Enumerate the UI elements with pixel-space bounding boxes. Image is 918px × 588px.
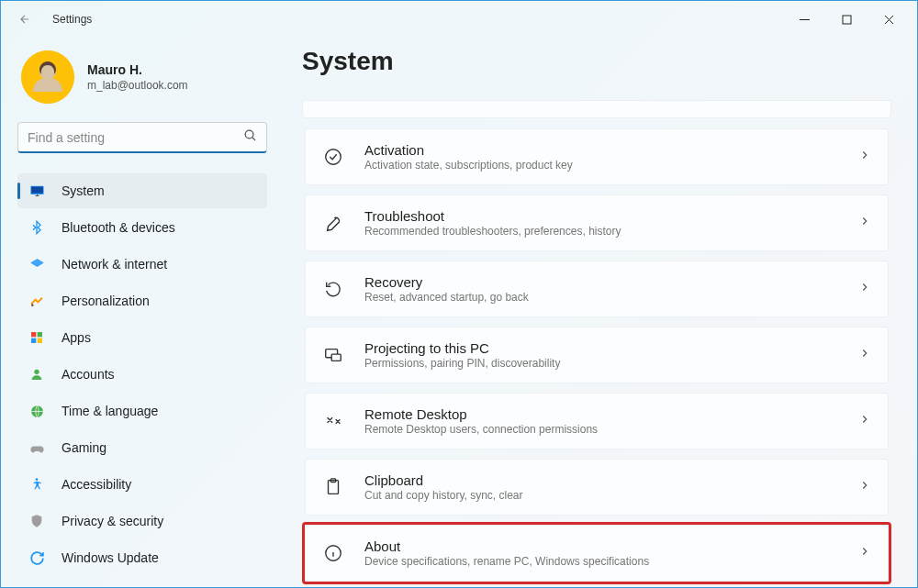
setting-about[interactable]: AboutDevice specifications, rename PC, W… [305, 525, 889, 582]
svg-rect-15 [331, 354, 341, 361]
close-icon [884, 15, 894, 25]
nav-label: Gaming [62, 440, 106, 455]
close-button[interactable] [868, 5, 910, 34]
svg-point-5 [31, 304, 34, 306]
sidebar-item-accounts[interactable]: Accounts [17, 357, 267, 392]
minimize-button[interactable] [783, 5, 825, 34]
bluetooth-icon [28, 219, 45, 236]
setting-title: Activation [364, 142, 838, 158]
setting-title: Troubleshoot [364, 208, 838, 224]
nav-label: Apps [62, 330, 91, 345]
setting-desc: Activation state, subscriptions, product… [364, 159, 838, 172]
setting-desc: Permissions, pairing PIN, discoverabilit… [364, 357, 838, 370]
clipboard-icon [322, 476, 344, 498]
back-button[interactable] [14, 8, 36, 30]
setting-desc: Remote Desktop users, connection permiss… [364, 423, 838, 436]
sidebar-item-system[interactable]: System [17, 173, 267, 208]
partial-item-above [302, 100, 891, 118]
chevron-right-icon [858, 281, 871, 297]
setting-clipboard[interactable]: ClipboardCut and copy history, sync, cle… [305, 459, 889, 516]
svg-rect-4 [31, 186, 43, 193]
apps-icon [28, 329, 45, 346]
nav-label: Privacy & security [62, 514, 163, 528]
accounts-icon [28, 366, 45, 383]
setting-desc: Reset, advanced startup, go back [364, 291, 838, 304]
chevron-right-icon [858, 347, 871, 363]
svg-point-2 [245, 130, 253, 139]
setting-troubleshoot[interactable]: TroubleshootRecommended troubleshooters,… [305, 194, 889, 251]
personalization-icon [28, 293, 45, 309]
sidebar-item-windows-update[interactable]: Windows Update [17, 540, 267, 575]
setting-recovery[interactable]: RecoveryReset, advanced startup, go back [305, 261, 889, 317]
svg-point-13 [326, 150, 341, 165]
search-icon [243, 128, 257, 146]
nav-label: Windows Update [62, 550, 159, 565]
maximize-button[interactable] [825, 5, 868, 34]
nav-list: System Bluetooth & devices Network & int… [17, 173, 267, 575]
sidebar-item-privacy[interactable]: Privacy & security [17, 504, 267, 538]
sidebar-item-time-language[interactable]: Time & language [17, 394, 267, 428]
setting-remote-desktop[interactable]: Remote DesktopRemote Desktop users, conn… [305, 393, 889, 449]
nav-label: Time & language [62, 404, 158, 418]
network-icon [28, 256, 45, 272]
sidebar-item-gaming[interactable]: Gaming [17, 430, 267, 465]
chevron-right-icon [858, 149, 871, 165]
nav-label: Personalization [62, 294, 150, 308]
setting-title: About [364, 538, 838, 554]
troubleshoot-icon [322, 212, 344, 234]
main-panel: System ActivationActivation state, subsc… [280, 38, 913, 587]
recovery-icon [322, 278, 344, 300]
svg-rect-0 [843, 16, 851, 24]
settings-list: ActivationActivation state, subscription… [302, 126, 891, 584]
chevron-right-icon [858, 545, 871, 561]
profile-email: m_lab@outlook.com [87, 79, 188, 92]
chevron-right-icon [858, 479, 871, 495]
profile-block[interactable]: Mauro H. m_lab@outlook.com [17, 50, 267, 104]
chevron-right-icon [858, 413, 871, 429]
avatar [21, 50, 74, 104]
nav-label: System [62, 183, 105, 198]
nav-label: Accounts [62, 367, 115, 382]
profile-name: Mauro H. [87, 62, 188, 77]
sidebar-item-accessibility[interactable]: Accessibility [17, 467, 267, 502]
setting-desc: Device specifications, rename PC, Window… [364, 555, 838, 568]
setting-activation[interactable]: ActivationActivation state, subscription… [305, 128, 889, 185]
about-icon [322, 542, 344, 564]
sidebar-item-apps[interactable]: Apps [17, 320, 267, 355]
setting-title: Remote Desktop [364, 406, 838, 422]
gaming-icon [28, 439, 45, 456]
system-icon [28, 183, 45, 199]
svg-rect-7 [38, 332, 42, 337]
nav-label: Network & internet [62, 257, 167, 272]
sidebar-item-bluetooth[interactable]: Bluetooth & devices [17, 210, 267, 245]
search-box[interactable] [17, 122, 267, 153]
search-input[interactable] [28, 130, 243, 145]
setting-title: Projecting to this PC [364, 340, 838, 356]
setting-desc: Cut and copy history, sync, clear [364, 489, 838, 502]
sidebar: Mauro H. m_lab@outlook.com System Blueto… [5, 38, 280, 587]
sidebar-item-personalization[interactable]: Personalization [17, 283, 267, 318]
nav-label: Accessibility [62, 477, 131, 492]
remote-desktop-icon [322, 410, 344, 432]
setting-projecting[interactable]: Projecting to this PCPermissions, pairin… [305, 327, 889, 383]
setting-title: Clipboard [364, 472, 838, 488]
nav-label: Bluetooth & devices [62, 220, 175, 235]
setting-desc: Recommended troubleshooters, preferences… [364, 225, 838, 238]
svg-rect-8 [31, 338, 36, 343]
accessibility-icon [28, 476, 45, 493]
svg-point-10 [34, 370, 39, 374]
windows-update-icon [28, 549, 45, 566]
time-language-icon [28, 403, 45, 419]
maximize-icon [842, 15, 852, 25]
arrow-left-icon [18, 13, 31, 26]
window-title: Settings [52, 13, 783, 26]
projecting-icon [322, 344, 344, 366]
minimize-icon [800, 15, 810, 25]
page-title: System [302, 47, 891, 76]
svg-rect-9 [38, 338, 42, 343]
chevron-right-icon [858, 215, 871, 231]
svg-point-12 [36, 478, 39, 481]
sidebar-item-network[interactable]: Network & internet [17, 247, 267, 282]
titlebar: Settings [1, 1, 917, 38]
svg-rect-6 [31, 332, 36, 337]
